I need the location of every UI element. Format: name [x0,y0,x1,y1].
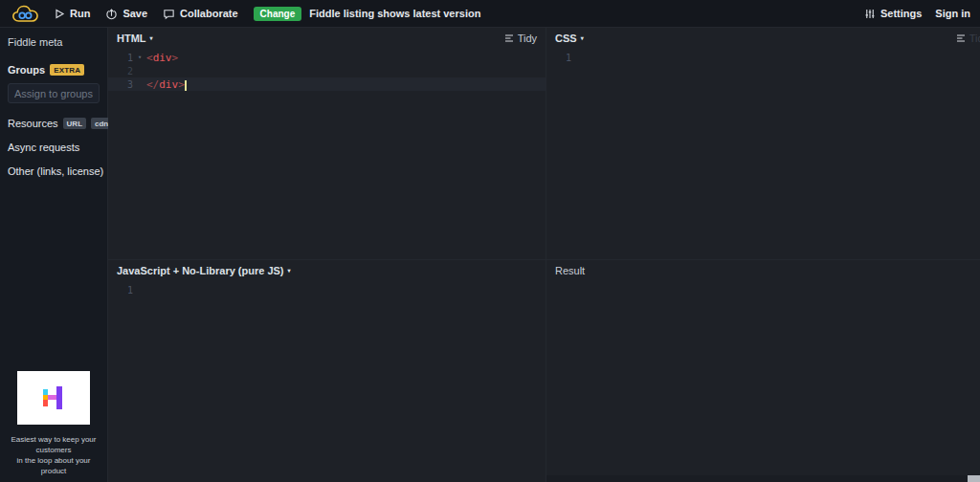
other-section-header[interactable]: Other (links, license) [8,165,100,177]
html-code-line-3: 3 </div> [108,77,546,91]
fiddle-listing-note: Fiddle listing shows latest version [309,8,480,19]
line-number: 1 [546,53,571,63]
save-label: Save [122,8,147,19]
html-code-editor[interactable]: 1 ▾ <div> 2 3 </div> [108,48,546,91]
main-area: Fiddle meta Groups EXTRA Resources URL c… [0,28,980,482]
line-number: 1 [108,285,133,296]
jsfiddle-app: Run Save Collaborate Change Fiddle listi… [0,0,980,482]
line-number: 2 [108,66,133,77]
topbar-right-group: Settings Sign in [864,8,970,20]
fiddle-meta-sidebar: Fiddle meta Groups EXTRA Resources URL c… [0,28,108,482]
change-badge-button[interactable]: Change [254,7,302,21]
css-panel-title[interactable]: CSS [555,33,577,44]
result-panel: Result [546,260,980,482]
html-code-line-2: 2 [108,64,546,77]
html-tidy-button[interactable]: Tidy [504,33,537,44]
line-number: 3 [108,79,133,90]
javascript-panel-header: JavaScript + No-Library (pure JS) ▾ [108,260,546,280]
sidebar-title: Fiddle meta [8,36,100,48]
js-code-line-1: 1 [108,283,546,296]
fold-caret-icon[interactable]: ▾ [133,54,146,61]
text-cursor [185,80,187,91]
ad-caption-line1: Easiest way to keep your customers [8,434,100,455]
sign-in-label: Sign in [935,8,970,19]
async-requests-section-header[interactable]: Async requests [8,142,100,153]
css-tidy-button-dimmed[interactable]: Tidy [956,28,980,48]
collaborate-label: Collaborate [180,8,238,19]
headway-logo-icon [43,386,64,409]
html-panel-title[interactable]: HTML [117,33,146,44]
javascript-panel: JavaScript + No-Library (pure JS) ▾ 1 [108,260,546,482]
top-toolbar: Run Save Collaborate Change Fiddle listi… [0,0,980,28]
assign-to-groups-input[interactable] [8,83,100,103]
resources-label: Resources [8,118,58,129]
html-panel-header: HTML ▾ Tidy [108,28,546,48]
groups-section-header[interactable]: Groups EXTRA [8,64,100,76]
javascript-dropdown-caret-icon[interactable]: ▾ [288,267,291,274]
save-button[interactable]: Save [105,8,147,20]
html-tidy-label: Tidy [518,33,537,44]
resources-section-header[interactable]: Resources URL cdnjs [8,118,100,129]
javascript-code-editor[interactable]: 1 [108,280,546,296]
jsfiddle-cloud-icon [11,3,42,25]
settings-label: Settings [880,8,922,19]
css-tidy-label: Tidy [969,33,980,44]
css-code-line-1: 1 [546,51,980,64]
groups-label: Groups [8,64,45,76]
run-play-icon [54,8,65,20]
run-button[interactable]: Run [54,8,90,20]
collaborate-bubble-icon [163,8,175,20]
javascript-panel-title[interactable]: JavaScript + No-Library (pure JS) [117,265,284,276]
result-scrollbar-track[interactable] [546,475,980,482]
sidebar-ad: Easiest way to keep your customers in th… [8,371,100,476]
tidy-lines-icon [504,33,514,43]
ad-image[interactable] [17,371,90,425]
collaborate-button[interactable]: Collaborate [163,8,238,20]
settings-sliders-icon [864,8,876,20]
css-dropdown-caret-icon[interactable]: ▾ [581,34,584,41]
url-badge: URL [63,118,86,129]
line-number: 1 [108,53,133,63]
ad-caption-line2: in the loop about your product [8,455,100,476]
sign-in-button[interactable]: Sign in [935,8,970,19]
css-code-editor[interactable]: 1 [546,48,980,64]
run-label: Run [70,8,90,19]
extra-badge: EXTRA [50,64,84,76]
html-dropdown-caret-icon[interactable]: ▾ [150,34,153,41]
other-label: Other (links, license) [8,165,103,177]
html-code-text: </div> [146,78,187,91]
result-panel-title: Result [555,265,585,276]
ad-caption[interactable]: Easiest way to keep your customers in th… [8,434,100,476]
editor-grid: HTML ▾ Tidy 1 ▾ <div> [108,28,980,482]
css-panel-header: CSS ▾ [546,28,980,48]
async-requests-label: Async requests [8,142,79,153]
settings-button[interactable]: Settings [864,8,922,20]
html-panel: HTML ▾ Tidy 1 ▾ <div> [108,28,546,260]
jsfiddle-logo[interactable] [10,2,44,26]
save-upload-icon [105,8,118,20]
html-code-text: <div> [146,52,178,64]
css-panel: CSS ▾ Tidy 1 [546,28,980,260]
html-code-line-1: 1 ▾ <div> [108,51,546,64]
result-panel-header: Result [546,260,980,280]
tidy-lines-icon [956,33,966,43]
result-scrollbar-corner[interactable] [968,475,980,482]
